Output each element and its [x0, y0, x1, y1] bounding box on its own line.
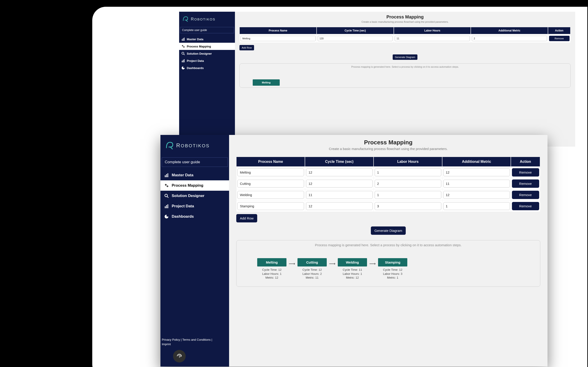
additional-metric-input[interactable]	[472, 36, 547, 41]
process-name-input[interactable]	[237, 180, 304, 188]
flowchart: MeltingCycle Time: 12Labor Hours: 1Metri…	[239, 258, 537, 280]
additional-metric-input[interactable]	[443, 168, 510, 176]
flow-node-meta: Cycle Time: 12Labor Hours: 2Metric: 11	[302, 268, 322, 280]
nav-list: Master Data Process Mapping Solution Des…	[179, 35, 235, 72]
col-cycle-time: Cycle Time (sec)	[317, 27, 394, 34]
process-name-input[interactable]	[237, 191, 304, 199]
svg-rect-15	[166, 174, 167, 177]
main-content: Process Mapping Create a basic manufactu…	[235, 12, 575, 147]
remove-row-button[interactable]: Remove	[512, 179, 539, 188]
pie-chart-icon	[164, 214, 169, 219]
separator: |	[211, 338, 212, 341]
labor-hours-input[interactable]	[375, 191, 441, 199]
fingerprint-button[interactable]	[173, 350, 186, 362]
bar-chart-icon	[181, 59, 185, 63]
svg-rect-25	[166, 205, 167, 208]
svg-rect-13	[182, 62, 185, 62]
terms-link[interactable]: Terms and Conditions	[182, 338, 211, 341]
nav-label: Dashboards	[187, 66, 204, 70]
labor-hours-input[interactable]	[375, 168, 441, 176]
nav-process-mapping[interactable]: Process Mapping	[179, 43, 235, 50]
svg-rect-16	[167, 173, 168, 177]
col-action: Action	[511, 157, 540, 167]
flowchart: Melting	[241, 79, 569, 86]
nav-project-data[interactable]: Project Data	[179, 57, 235, 64]
generate-diagram-button[interactable]: Generate Diagram	[371, 226, 406, 235]
labor-hours-input[interactable]	[395, 36, 470, 41]
diagram-hint: Process mapping is generated here. Selec…	[241, 66, 569, 68]
additional-metric-input[interactable]	[443, 202, 510, 210]
nav-project-data[interactable]: Project Data	[161, 201, 229, 211]
flow-node[interactable]: Melting	[257, 258, 286, 267]
nav-master-data[interactable]: Master Data	[179, 35, 235, 43]
col-additional-metric: Additional Metric	[442, 157, 511, 167]
process-name-input[interactable]	[237, 202, 304, 210]
flow-node-meta: Cycle Time: 12Labor Hours: 3Metric: 1	[383, 268, 402, 280]
cycle-time-input[interactable]	[306, 191, 373, 199]
cycle-time-input[interactable]	[306, 168, 373, 176]
nav-label: Project Data	[187, 59, 204, 63]
pie-chart-icon	[181, 66, 185, 70]
remove-row-button[interactable]: Remove	[512, 168, 539, 176]
nav-solution-designer[interactable]: Solution Designer	[161, 191, 229, 201]
flow-node[interactable]: Melting	[253, 79, 280, 86]
search-icon	[164, 193, 169, 198]
svg-line-9	[184, 54, 185, 55]
arrow-right-icon: ⟶	[329, 261, 335, 266]
process-name-input[interactable]	[240, 36, 316, 41]
nav-process-mapping[interactable]: Process Mapping	[161, 180, 229, 191]
user-guide-button[interactable]: Complete user guide	[180, 27, 234, 33]
brand-mark-icon	[164, 140, 174, 151]
process-name-input[interactable]	[237, 168, 304, 176]
nav-label: Solution Designer	[187, 52, 212, 55]
nav-dashboards[interactable]: Dashboards	[179, 64, 235, 72]
svg-point-5	[182, 45, 183, 46]
bar-chart-icon	[164, 173, 169, 178]
separator: |	[180, 338, 182, 341]
remove-row-button[interactable]: Remove	[512, 191, 539, 199]
bar-chart-icon	[181, 37, 185, 41]
imprint-link[interactable]: Imprint	[162, 342, 171, 346]
table-row: Remove	[237, 178, 540, 189]
remove-row-button[interactable]: Remove	[512, 202, 539, 210]
flow-node-meta: Cycle Time: 12Labor Hours: 1Metric: 12	[262, 268, 281, 280]
labor-hours-input[interactable]	[375, 202, 441, 210]
cycle-time-input[interactable]	[318, 36, 393, 41]
cycle-time-input[interactable]	[306, 180, 373, 188]
add-row-button[interactable]: Add Row	[236, 214, 257, 222]
remove-row-button[interactable]: Remove	[549, 36, 570, 41]
col-labor-hours: Labor Hours	[374, 157, 442, 167]
nav-master-data[interactable]: Master Data	[161, 170, 229, 180]
flow-node-wrap: Melting	[253, 79, 280, 86]
nav-dashboards[interactable]: Dashboards	[161, 211, 229, 222]
flow-node[interactable]: Cutting	[298, 258, 327, 267]
diagram-area: Process mapping is generated here. Selec…	[239, 63, 571, 88]
page-subtitle: Create a basic manufacturing process flo…	[239, 20, 571, 23]
svg-rect-14	[165, 175, 166, 177]
nav-solution-designer[interactable]: Solution Designer	[179, 50, 235, 57]
col-action: Action	[548, 27, 571, 34]
additional-metric-input[interactable]	[443, 191, 510, 199]
generate-diagram-button[interactable]: Generate Diagram	[393, 54, 418, 60]
privacy-link[interactable]: Privacy Policy	[162, 338, 180, 341]
user-guide-button[interactable]: Complete user guide	[162, 158, 228, 167]
diagram-hint: Process mapping is generated here. Selec…	[239, 243, 537, 247]
nav-label: Solution Designer	[172, 194, 204, 198]
gears-icon	[164, 183, 169, 188]
flow-node[interactable]: Stamping	[378, 258, 407, 267]
col-labor-hours: Labor Hours	[394, 27, 471, 34]
flow-node-wrap: WeldingCycle Time: 11Labor Hours: 1Metri…	[338, 258, 367, 280]
cycle-time-input[interactable]	[306, 202, 373, 210]
nav-label: Project Data	[172, 204, 194, 209]
col-cycle-time: Cycle Time (sec)	[305, 157, 374, 167]
svg-rect-11	[183, 60, 184, 62]
brand-mark-icon	[182, 15, 188, 23]
arrow-right-icon: ⟶	[289, 261, 295, 266]
flow-node[interactable]: Welding	[338, 258, 367, 267]
nav-label: Process Mapping	[172, 183, 204, 188]
add-row-button[interactable]: Add Row	[239, 45, 254, 50]
col-additional-metric: Additional Metric	[471, 27, 548, 34]
labor-hours-input[interactable]	[375, 180, 441, 188]
additional-metric-input[interactable]	[443, 180, 510, 188]
svg-rect-1	[183, 38, 184, 40]
